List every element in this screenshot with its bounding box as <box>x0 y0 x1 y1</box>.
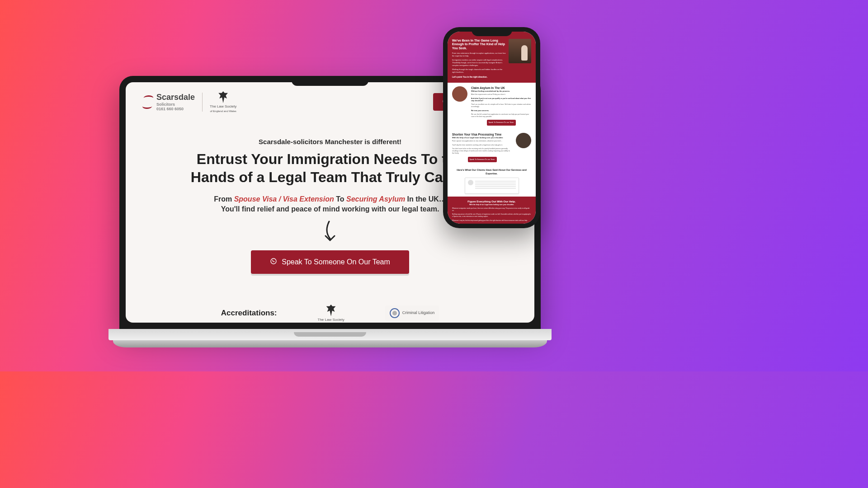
mobile-feat1-em: And what if you're not sure you qualify … <box>471 98 531 103</box>
brand-subtitle: Solicitors <box>156 102 195 107</box>
mobile-testi-title: Here's What Our Clients Have Said About … <box>452 169 531 175</box>
laptop-lip <box>294 332 366 337</box>
phone-body: We've Been In The Game Long Enough to Pr… <box>443 27 540 228</box>
mobile-feat2-title: Shorten Your Visa Processing Time <box>452 133 512 136</box>
phone-notch <box>472 27 512 36</box>
mobile-feat1-p3: We treat your concerns. <box>471 110 531 112</box>
mobile-footer-title: Figure Everything Out With Our Help. <box>452 200 531 203</box>
brand-logo-mark <box>142 95 154 109</box>
mobile-hero-p2: Immigration matters can strike anyone wi… <box>452 59 506 66</box>
svg-point-1 <box>271 258 276 264</box>
mobile-hero-image <box>509 39 531 63</box>
mobile-feature-asylum: Claim Asylum In The UK Without feeling o… <box>448 83 536 129</box>
law-society-logo: The Law Society of England and Wales <box>210 91 236 113</box>
mobile-feat1-title: Claim Asylum In The UK <box>471 86 531 89</box>
mobile-feat2-sub: With the help of our Legal team looking … <box>452 136 512 139</box>
brand-block: Scarsdale Solicitors 0161 660 6050 The L… <box>143 91 236 113</box>
mobile-hero-title: We've Been In The Game Long Enough to Pr… <box>452 39 506 50</box>
laptop-foot <box>113 340 547 347</box>
brand-logo[interactable]: Scarsdale Solicitors 0161 660 6050 <box>143 93 195 111</box>
mobile-footer-p2: Nothing says peace of mind like over 20 … <box>452 213 531 218</box>
mobile-feat1-sub: Without feeling overwhelmed by the proce… <box>471 90 531 92</box>
brand-separator <box>202 93 203 112</box>
phone-mockup: We've Been In The Game Long Enough to Pr… <box>443 27 540 228</box>
mobile-testimonial-card <box>465 178 519 194</box>
mobile-footer-band: Figure Everything Out With Our Help. Wit… <box>448 197 536 224</box>
accreditation-law-society-label: The Law Society <box>318 318 344 322</box>
mobile-footer-sub: With the help of our Legal team looking … <box>452 204 531 206</box>
brand-name: Scarsdale <box>156 93 195 102</box>
law-society-crest-icon <box>217 91 229 103</box>
mobile-hero-p3: Walking through the tough channels and h… <box>452 68 506 73</box>
mobile-hero-p1: From visa extensions through to asylum a… <box>452 52 506 57</box>
mobile-feature-visa-text: Shorten Your Visa Processing Time With t… <box>452 133 512 162</box>
mobile-feat2-p3: You don't want to be on the receiving en… <box>452 148 512 155</box>
arrow-down-icon <box>321 221 339 244</box>
hero-cta-label: Speak To Someone On Our Team <box>282 258 390 266</box>
law-society-sublabel: of England and Wales <box>210 110 236 113</box>
hero-sub-pre: From <box>214 195 234 203</box>
hero-cta-button[interactable]: Speak To Someone On Our Team <box>251 250 409 274</box>
hero-heading-line1: Entrust Your Immigration Needs To the <box>197 151 463 167</box>
criminal-litigation-icon <box>390 308 400 318</box>
hero-sub-accent2: Securing Asylum <box>346 195 405 203</box>
hero-sub-mid: To <box>336 195 346 203</box>
mobile-feat1-cta-button[interactable]: Speak To Someone On our Team <box>487 120 516 126</box>
mobile-feat2-p2: You'll skip the time needed in working w… <box>452 144 512 146</box>
hero-heading-line2: Hands of a Legal Team That Truly Cares! <box>191 169 469 185</box>
accreditation-law-society: The Law Society <box>318 305 344 322</box>
mobile-hero-band: We've Been In The Game Long Enough to Pr… <box>448 32 536 83</box>
mobile-feature-asylum-text: Claim Asylum In The UK Without feeling o… <box>471 86 531 126</box>
laptop-notch <box>292 76 368 86</box>
mobile-feature-visa: Shorten Your Visa Processing Time With t… <box>448 129 536 166</box>
mobile-feature-visa-image <box>516 133 531 148</box>
accreditations-row: Accreditations: The Law Society Criminal… <box>126 287 534 323</box>
brand-name-wrap: Scarsdale Solicitors 0161 660 6050 <box>156 93 195 111</box>
phone-screen: We've Been In The Game Long Enough to Pr… <box>448 32 536 224</box>
laptop-base <box>108 329 552 354</box>
mobile-feat2-cta-button[interactable]: Speak To Someone On our Team <box>468 157 497 163</box>
law-society-crest-icon <box>325 305 337 316</box>
law-society-label: The Law Society <box>210 104 236 108</box>
whatsapp-icon <box>270 258 277 267</box>
hero-sub-accent1: Spouse Visa / Visa Extension <box>234 195 334 203</box>
mobile-footer-p3: Whatever it may be, the first step towar… <box>452 220 531 222</box>
accreditation-criminal-litigation: Criminal Litigation <box>385 305 439 321</box>
mobile-testimonials: Here's What Our Clients Have Said About … <box>448 166 536 196</box>
mobile-feat1-p1: Meet the requirements and we'll help you… <box>471 94 531 96</box>
mobile-hero-text: We've Been In The Game Long Enough to Pr… <box>452 39 506 78</box>
brand-phone: 0161 660 6050 <box>156 107 195 111</box>
hero-sub-post: In the UK… <box>407 195 446 203</box>
mobile-feat1-p4: We see the full context from application… <box>471 113 531 118</box>
accreditations-label: Accreditations: <box>221 309 277 318</box>
mobile-hero-link[interactable]: Let's point You in the right direction. <box>452 76 506 78</box>
mobile-feat1-p2: That's an excellent use of a simple call… <box>471 103 531 108</box>
mobile-feature-asylum-image <box>452 86 467 102</box>
mobile-footer-p1: Whatever immigration needs you have, the… <box>452 207 531 212</box>
accreditation-criminal-label: Criminal Litigation <box>402 311 435 315</box>
mobile-feat2-p1: From spouse visa applications to visa ex… <box>452 140 512 142</box>
